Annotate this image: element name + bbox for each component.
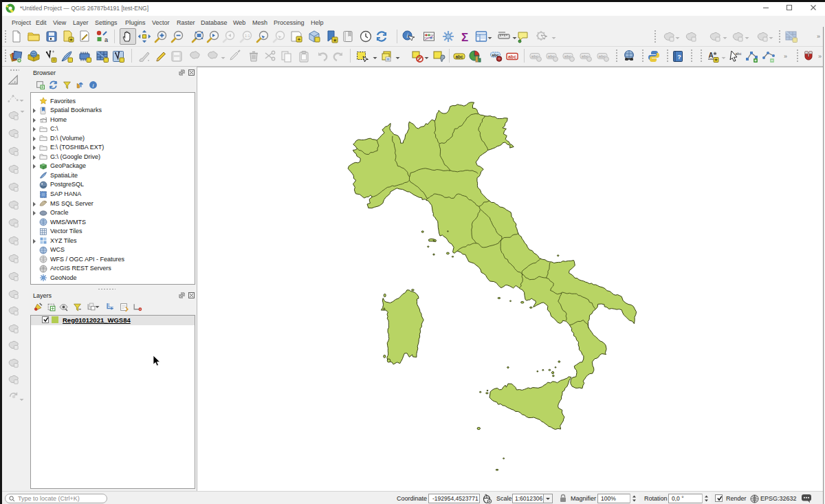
svg-text:abc: abc bbox=[455, 54, 463, 59]
svg-text:A: A bbox=[708, 52, 713, 59]
svg-text:abc: abc bbox=[508, 54, 516, 59]
svg-text:?: ? bbox=[677, 54, 681, 61]
svg-text:i: i bbox=[93, 83, 94, 89]
svg-text:Σ: Σ bbox=[461, 31, 468, 44]
svg-text:a: a bbox=[104, 36, 108, 43]
svg-text:1:1: 1:1 bbox=[245, 34, 250, 38]
svg-text:★: ★ bbox=[69, 37, 73, 42]
svg-text:★: ★ bbox=[714, 57, 718, 62]
svg-text:★: ★ bbox=[333, 37, 338, 43]
svg-text:✦: ✦ bbox=[297, 36, 301, 43]
svg-text:abc: abc bbox=[736, 52, 742, 56]
